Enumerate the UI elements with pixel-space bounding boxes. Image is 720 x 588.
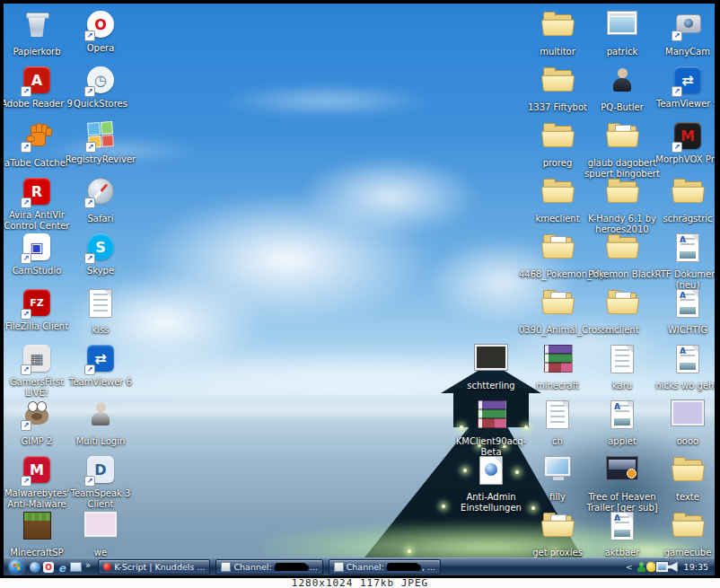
desktop-icon-teamviewer-5[interactable]: ⇄↗TeamViewer 5 bbox=[647, 65, 715, 110]
icon-label: TeamViewer 6 bbox=[60, 377, 141, 388]
icon-label: texte bbox=[647, 492, 715, 503]
opera-icon[interactable]: O bbox=[43, 562, 54, 573]
shortcut-arrow-icon: ↗ bbox=[85, 142, 96, 153]
desktop-icon-opera[interactable]: O↗Opera bbox=[60, 9, 141, 54]
shortcut-arrow-icon: ↗ bbox=[84, 31, 95, 41]
desktop-icon-morphvox-pro[interactable]: M↗MorphVOX Pro bbox=[647, 120, 715, 165]
shortcut-arrow-icon: ↗ bbox=[21, 253, 31, 264]
screenshot-root: { "desktop": { "icons": [ {"label":"Papi… bbox=[0, 0, 720, 588]
video-file-icon bbox=[606, 456, 638, 480]
shortcut-arrow-icon: ↗ bbox=[21, 142, 31, 153]
icon-label: ManyCam bbox=[647, 47, 715, 57]
quick-launch-overflow-chevron[interactable]: » bbox=[85, 560, 91, 570]
task-button-suffix: ... bbox=[310, 562, 318, 572]
icon-label: we bbox=[60, 548, 141, 558]
icon-label: MorphVOX Pro bbox=[647, 154, 715, 165]
icon-label: Multi Login bbox=[60, 436, 141, 447]
thumbnail-icon bbox=[672, 400, 704, 426]
task-button-label: Channel: bbox=[233, 562, 271, 572]
folder-with-document-icon bbox=[607, 122, 637, 147]
red-dot-icon bbox=[103, 563, 111, 571]
folder-icon bbox=[672, 456, 703, 481]
desktop-icon-we[interactable]: we bbox=[60, 510, 141, 558]
desktop-icon-safari[interactable]: ↗Safari bbox=[60, 176, 141, 224]
desktop-icon-teamspeak-3-client[interactable]: D↗TeamSpeak 3 Client bbox=[60, 454, 141, 509]
image-info-text: 1280x1024 117kb JPEG bbox=[292, 577, 428, 588]
desktop-icon-texte[interactable]: texte bbox=[647, 454, 715, 503]
desktop-icon-wichtig[interactable]: AWICHTIG bbox=[647, 287, 715, 336]
folder-icon bbox=[542, 66, 573, 92]
cloud-streak bbox=[219, 84, 435, 117]
winrar-archive-icon bbox=[478, 400, 505, 427]
shortcut-arrow-icon: ↗ bbox=[84, 86, 95, 97]
start-button[interactable] bbox=[9, 559, 24, 575]
desktop-icon-rtf-dokument-neu[interactable]: ARTF Dokument (neu) bbox=[647, 232, 715, 290]
status-yellow-icon[interactable] bbox=[646, 562, 656, 572]
desktop-icon-multi-login[interactable]: Multi Login bbox=[60, 399, 141, 447]
censored-text bbox=[274, 563, 307, 571]
desktop-icon-schr-gstric[interactable]: schrägstric bbox=[647, 176, 715, 224]
desktop-icon-manycam[interactable]: ↗ManyCam bbox=[647, 9, 715, 57]
desktop-icon-skype[interactable]: S↗Skype bbox=[60, 232, 141, 276]
globe-icon[interactable] bbox=[30, 562, 40, 573]
folder-icon bbox=[672, 512, 703, 537]
shortcut-arrow-icon: ↗ bbox=[84, 253, 95, 264]
monitor-icon bbox=[544, 456, 571, 480]
volume-icon[interactable] bbox=[668, 562, 678, 572]
shortcut-arrow-icon: ↗ bbox=[21, 364, 31, 375]
icon-label: Skype bbox=[60, 266, 141, 276]
folder-icon bbox=[607, 178, 637, 203]
task-button-suffix: , ... bbox=[422, 562, 435, 572]
messenger-contact-icon[interactable] bbox=[637, 562, 646, 572]
taskbar: Oe » K-Script | Knuddels ...Channel:...C… bbox=[4, 557, 715, 575]
desktop-icon-registryreviver[interactable]: ↗RegistryReviver bbox=[60, 120, 141, 165]
desktop-icon-nicks-wo-gehn[interactable]: Anicks wo gehn bbox=[647, 343, 715, 391]
shortcut-arrow-icon: ↗ bbox=[84, 364, 95, 375]
taskbar-clock[interactable]: 19:35 bbox=[684, 562, 708, 572]
viewer-status-bar: 1280x1024 117kb JPEG bbox=[0, 578, 720, 588]
desktop-icon-gamecube[interactable]: gamecube bbox=[647, 510, 715, 558]
task-button-channel[interactable]: Channel:... bbox=[215, 559, 322, 575]
folder-with-document-icon bbox=[542, 233, 573, 259]
task-button-k-script-knuddels[interactable]: K-Script | Knuddels ... bbox=[98, 559, 210, 575]
desktop-icon-teamviewer-6[interactable]: ⇄↗TeamViewer 6 bbox=[60, 343, 141, 388]
desktop-icon-quickstores[interactable]: ◷↗QuickStores bbox=[60, 65, 141, 110]
icon-label: Safari bbox=[60, 214, 141, 224]
thumbnail-icon bbox=[475, 345, 507, 370]
icon-label: gamecube bbox=[647, 548, 715, 558]
folder-with-document-icon bbox=[542, 289, 573, 314]
task-buttons: K-Script | Knuddels ...Channel:...Channe… bbox=[98, 559, 441, 575]
censored-text bbox=[386, 563, 419, 571]
shortcut-arrow-icon: ↗ bbox=[672, 31, 682, 41]
icon-label: kiss bbox=[60, 325, 141, 336]
icon-label: WICHTIG bbox=[647, 325, 715, 336]
tray-expand-chevron[interactable]: < bbox=[626, 563, 633, 572]
document-icon bbox=[546, 400, 569, 429]
mail-icon[interactable] bbox=[70, 562, 82, 572]
system-tray: < 19:35 bbox=[626, 558, 715, 575]
winrar-archive-icon bbox=[544, 345, 571, 372]
rich-document-icon: A bbox=[676, 233, 699, 262]
shortcut-arrow-icon: ↗ bbox=[21, 476, 31, 487]
folder-icon bbox=[607, 233, 637, 259]
windows-flag-icon bbox=[13, 564, 21, 571]
rich-document-icon: A bbox=[610, 512, 634, 540]
document-icon bbox=[89, 289, 112, 318]
icon-label: nicks wo gehn bbox=[647, 381, 715, 391]
shortcut-arrow-icon: ↗ bbox=[21, 197, 31, 208]
task-button-channel[interactable]: Channel:, ... bbox=[329, 559, 441, 575]
internet-explorer-icon[interactable]: e bbox=[57, 562, 67, 573]
display-icon[interactable] bbox=[656, 562, 668, 572]
image-file-icon bbox=[607, 11, 637, 35]
document-icon bbox=[610, 345, 634, 373]
minecraft-grass-block-icon bbox=[23, 512, 51, 540]
recycle-bin-icon bbox=[26, 11, 48, 38]
icon-label: schrägstric bbox=[647, 214, 715, 224]
window-icon bbox=[334, 562, 344, 572]
desktop-icon-oooo[interactable]: oooo bbox=[647, 399, 715, 447]
desktop-icon-kiss[interactable]: kiss bbox=[60, 287, 141, 336]
folder-with-document-icon bbox=[542, 512, 573, 537]
icon-label: QuickStores bbox=[60, 99, 141, 110]
icon-label: oooo bbox=[647, 436, 715, 447]
folder-icon bbox=[672, 178, 703, 203]
